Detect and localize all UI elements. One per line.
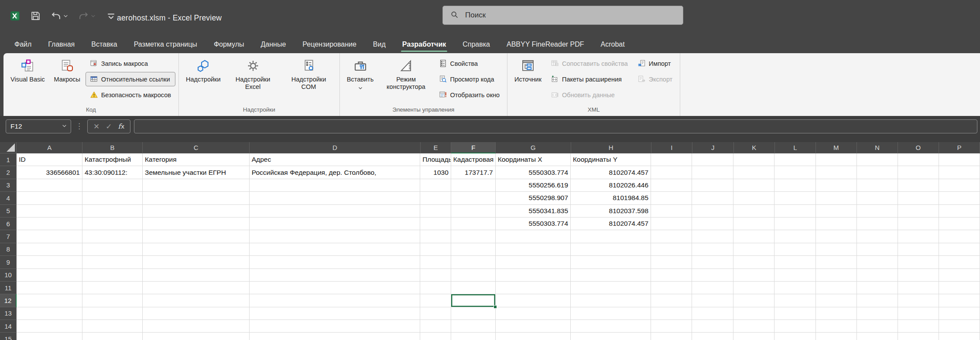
cell-I6[interactable] — [651, 218, 692, 230]
cell-D6[interactable] — [250, 218, 420, 230]
column-header-I[interactable]: I — [651, 142, 692, 153]
cell-B11[interactable] — [82, 282, 143, 294]
cell-E11[interactable] — [420, 282, 451, 294]
cell-O3[interactable] — [898, 179, 939, 192]
cell-K14[interactable] — [733, 320, 774, 333]
cell-J7[interactable] — [692, 230, 733, 243]
column-header-C[interactable]: C — [143, 142, 250, 153]
cell-C12[interactable] — [143, 294, 250, 307]
cell-K4[interactable] — [733, 192, 774, 204]
cell-P13[interactable] — [939, 307, 980, 320]
tab-acrobat[interactable]: Acrobat — [593, 36, 633, 53]
cell-H6[interactable]: 8102074.457 — [571, 218, 651, 230]
cell-K15[interactable] — [733, 333, 774, 340]
com-add-ins-button[interactable]: Надстройки COM — [281, 55, 336, 92]
cell-B6[interactable] — [82, 218, 143, 230]
cell-D2[interactable]: Российская Федерация, дер. Столбово, — [250, 166, 420, 179]
cell-D9[interactable] — [250, 256, 420, 269]
cell-E3[interactable] — [420, 179, 451, 192]
cell-J3[interactable] — [692, 179, 733, 192]
cell-I12[interactable] — [651, 294, 692, 307]
cell-P12[interactable] — [939, 294, 980, 307]
cell-C13[interactable] — [143, 307, 250, 320]
cell-L14[interactable] — [774, 320, 816, 333]
save-button[interactable] — [28, 9, 43, 23]
cell-F9[interactable] — [451, 256, 496, 269]
cell-H9[interactable] — [571, 256, 651, 269]
refresh-data-button[interactable]: Обновить данные — [546, 88, 632, 102]
cell-C1[interactable]: Категория — [143, 153, 250, 166]
cell-J9[interactable] — [692, 256, 733, 269]
expansion-packs-button[interactable]: Пакеты расширения — [546, 72, 632, 86]
cell-B8[interactable] — [82, 243, 143, 256]
show-dialog-button[interactable]: Отобразить окно — [435, 88, 504, 102]
tab-help[interactable]: Справка — [454, 36, 498, 53]
cell-L7[interactable] — [774, 230, 816, 243]
cell-N8[interactable] — [857, 243, 898, 256]
excel-add-ins-button[interactable]: Надстройки Excel — [226, 55, 281, 92]
cell-E6[interactable] — [420, 218, 451, 230]
cell-C8[interactable] — [143, 243, 250, 256]
cell-F15[interactable] — [451, 333, 496, 340]
cell-O6[interactable] — [898, 218, 939, 230]
cell-I10[interactable] — [651, 269, 692, 282]
cell-N12[interactable] — [857, 294, 898, 307]
cell-B10[interactable] — [82, 269, 143, 282]
cell-D3[interactable] — [250, 179, 420, 192]
cell-B15[interactable] — [82, 333, 143, 340]
row-header-3[interactable]: 3 — [0, 179, 17, 192]
tab-review[interactable]: Рецензирование — [294, 36, 365, 53]
enter-button[interactable]: ✓ — [106, 123, 112, 130]
cell-M12[interactable] — [816, 294, 857, 307]
cell-D12[interactable] — [250, 294, 420, 307]
cell-J10[interactable] — [692, 269, 733, 282]
cell-B12[interactable] — [82, 294, 143, 307]
record-macro-button[interactable]: Запись макроса — [86, 56, 175, 71]
row-header-6[interactable]: 6 — [0, 218, 17, 230]
insert-function-button[interactable]: fx — [118, 122, 125, 130]
search-box[interactable]: Поиск — [442, 6, 683, 25]
cell-M15[interactable] — [816, 333, 857, 340]
cell-O1[interactable] — [898, 153, 939, 166]
cell-N6[interactable] — [857, 218, 898, 230]
cell-K7[interactable] — [733, 230, 774, 243]
cell-C4[interactable] — [143, 192, 250, 204]
cell-H5[interactable]: 8102037.598 — [571, 205, 651, 218]
cell-K12[interactable] — [733, 294, 774, 307]
cell-E12[interactable] — [420, 294, 451, 307]
cell-O11[interactable] — [898, 282, 939, 294]
cell-B2[interactable]: 43:30:090112: — [82, 166, 143, 179]
add-ins-button[interactable]: Надстройки — [182, 55, 225, 84]
cell-O15[interactable] — [898, 333, 939, 340]
cell-K10[interactable] — [733, 269, 774, 282]
cell-C10[interactable] — [143, 269, 250, 282]
cell-L4[interactable] — [774, 192, 816, 204]
cell-I9[interactable] — [651, 256, 692, 269]
row-header-14[interactable]: 14 — [0, 320, 17, 333]
cell-E9[interactable] — [420, 256, 451, 269]
column-header-F[interactable]: F — [451, 142, 496, 153]
cell-A9[interactable] — [17, 256, 82, 269]
column-header-L[interactable]: L — [775, 142, 816, 153]
column-header-E[interactable]: E — [421, 142, 452, 153]
cell-H8[interactable] — [571, 243, 651, 256]
cell-I11[interactable] — [651, 282, 692, 294]
cell-J2[interactable] — [692, 166, 733, 179]
cell-L9[interactable] — [774, 256, 816, 269]
cell-M5[interactable] — [816, 205, 857, 218]
cell-C15[interactable] — [143, 333, 250, 340]
cell-K8[interactable] — [733, 243, 774, 256]
cell-G1[interactable]: Координаты X — [496, 153, 571, 166]
cell-C5[interactable] — [143, 205, 250, 218]
cell-I15[interactable] — [651, 333, 692, 340]
tab-formulas[interactable]: Формулы — [206, 36, 253, 53]
cell-L15[interactable] — [774, 333, 816, 340]
cell-K5[interactable] — [733, 205, 774, 218]
cell-H10[interactable] — [571, 269, 651, 282]
cell-E2[interactable]: 1030 — [420, 166, 451, 179]
cell-D11[interactable] — [250, 282, 420, 294]
cell-A14[interactable] — [17, 320, 82, 333]
cell-C14[interactable] — [143, 320, 250, 333]
cell-H15[interactable] — [571, 333, 651, 340]
cell-C6[interactable] — [143, 218, 250, 230]
